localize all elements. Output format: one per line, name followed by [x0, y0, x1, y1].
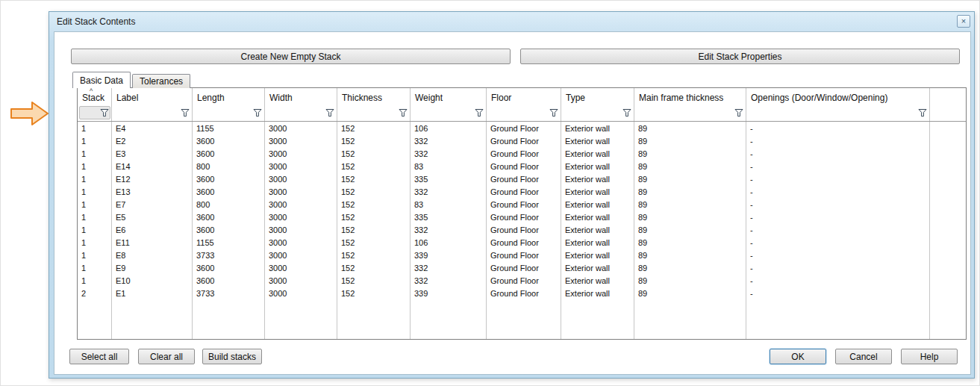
table-cell: 3600 [193, 211, 265, 224]
table-cell: Ground Floor [487, 287, 561, 300]
table-row[interactable]: 1E837333000152339Ground FloorExterior wa… [78, 249, 966, 262]
table-cell: 152 [337, 122, 411, 135]
create-new-empty-stack-button[interactable]: Create New Empty Stack [71, 49, 511, 64]
column-header[interactable]: Type [561, 88, 634, 105]
table-cell: Exterior wall [561, 161, 634, 173]
table-row[interactable]: 1E14800300015283Ground FloorExterior wal… [78, 161, 966, 173]
table-row[interactable]: 1E1236003000152335Ground FloorExterior w… [78, 173, 966, 186]
table-cell: 152 [337, 148, 411, 161]
table-row[interactable]: 1E936003000152332Ground FloorExterior wa… [78, 262, 966, 275]
filter-funnel-icon[interactable] [325, 108, 334, 117]
table-cell: 1 [78, 275, 112, 287]
table-cell: 89 [634, 173, 746, 186]
column-header[interactable]: Weight [411, 88, 487, 105]
column-header[interactable]: Width [265, 88, 337, 105]
filter-cell[interactable] [487, 105, 561, 121]
table-cell: - [746, 199, 930, 211]
sort-indicator-icon: ^ [90, 87, 93, 95]
filter-funnel-icon[interactable] [399, 108, 408, 117]
table-row[interactable]: 2E137333000152339Ground FloorExterior wa… [78, 287, 966, 300]
table-row[interactable]: 1E636003000152332Ground FloorExterior wa… [78, 224, 966, 237]
filter-cell[interactable] [78, 105, 112, 121]
table-cell: 1155 [193, 237, 265, 249]
tab-tolerances[interactable]: Tolerances [132, 74, 190, 88]
help-button[interactable]: Help [901, 349, 958, 364]
table-cell: 106 [411, 237, 487, 249]
column-header[interactable]: Label [112, 88, 193, 105]
build-stacks-button[interactable]: Build stacks [202, 349, 262, 364]
table-cell: 3600 [193, 173, 265, 186]
table-cell: 3600 [193, 186, 265, 199]
filter-cell[interactable] [411, 105, 487, 121]
filter-cell[interactable] [193, 105, 265, 121]
select-all-button[interactable]: Select all [69, 349, 129, 364]
table-cell: 152 [337, 224, 411, 237]
filter-cell[interactable] [561, 105, 634, 121]
filter-funnel-icon[interactable] [100, 108, 109, 117]
filter-cell[interactable] [265, 105, 337, 121]
column-header[interactable]: Openings (Door/Window/Opening) [746, 88, 930, 105]
table-cell: E14 [112, 161, 193, 173]
filter-cell[interactable] [746, 105, 930, 121]
table-cell: E1 [112, 287, 193, 300]
table-row[interactable]: 1E1111553000152106Ground FloorExterior w… [78, 237, 966, 249]
clear-all-button[interactable]: Clear all [138, 349, 195, 364]
filter-funnel-icon[interactable] [734, 108, 743, 117]
filter-funnel-icon[interactable] [253, 108, 262, 117]
table-row[interactable]: 1E1336003000152332Ground FloorExterior w… [78, 186, 966, 199]
table-cell: 89 [634, 262, 746, 275]
stack-table-body: 1E411553000152106Ground FloorExterior wa… [78, 122, 966, 339]
tab-basic-data[interactable]: Basic Data [72, 72, 131, 88]
table-cell: Exterior wall [561, 249, 634, 262]
filter-funnel-icon[interactable] [181, 108, 190, 117]
table-cell: 152 [337, 135, 411, 148]
table-cell: 3600 [193, 224, 265, 237]
table-cell: Ground Floor [487, 211, 561, 224]
table-cell: - [746, 249, 930, 262]
table-cell: 89 [634, 122, 746, 135]
table-cell: 152 [337, 199, 411, 211]
table-cell: Exterior wall [561, 148, 634, 161]
table-cell: E4 [112, 122, 193, 135]
table-row[interactable]: 1E7800300015283Ground FloorExterior wall… [78, 199, 966, 211]
column-header[interactable]: Stack [78, 88, 112, 105]
table-cell: 3000 [265, 211, 337, 224]
close-button[interactable]: × [957, 15, 970, 28]
table-row[interactable]: 1E411553000152106Ground FloorExterior wa… [78, 122, 966, 135]
table-row[interactable]: 1E536003000152335Ground FloorExterior wa… [78, 211, 966, 224]
table-row[interactable]: 1E1036003000152332Ground FloorExterior w… [78, 275, 966, 287]
table-cell: E6 [112, 224, 193, 237]
table-row[interactable]: 1E236003000152332Ground FloorExterior wa… [78, 135, 966, 148]
filter-cell[interactable] [634, 105, 746, 121]
column-header[interactable]: Floor [487, 88, 561, 105]
table-cell: 152 [337, 161, 411, 173]
table-cell: Ground Floor [487, 135, 561, 148]
filter-funnel-icon[interactable] [918, 108, 927, 117]
table-cell: - [746, 287, 930, 300]
table-cell: E8 [112, 249, 193, 262]
table-cell: Ground Floor [487, 237, 561, 249]
column-header[interactable]: Main frame thickness [634, 88, 746, 105]
ok-button[interactable]: OK [770, 349, 826, 364]
dialog-titlebar[interactable]: Edit Stack Contents × [49, 12, 974, 31]
table-row[interactable]: 1E336003000152332Ground FloorExterior wa… [78, 148, 966, 161]
table-cell: 106 [411, 122, 487, 135]
column-header[interactable]: Length [193, 88, 265, 105]
table-cell: 89 [634, 199, 746, 211]
cancel-button[interactable]: Cancel [835, 349, 892, 364]
table-cell: 800 [193, 161, 265, 173]
filter-funnel-icon[interactable] [549, 108, 558, 117]
filter-funnel-icon[interactable] [475, 108, 484, 117]
filter-cell[interactable] [112, 105, 193, 121]
filter-cell[interactable] [337, 105, 411, 121]
table-cell: 332 [411, 224, 487, 237]
table-cell: 1 [78, 122, 112, 135]
table-cell: 332 [411, 186, 487, 199]
table-cell: 3600 [193, 148, 265, 161]
table-cell: 83 [411, 199, 487, 211]
table-cell: 89 [634, 161, 746, 173]
filter-funnel-icon[interactable] [622, 108, 631, 117]
edit-stack-properties-button[interactable]: Edit Stack Properties [520, 49, 960, 64]
table-cell: 3600 [193, 262, 265, 275]
column-header[interactable]: Thickness [337, 88, 411, 105]
